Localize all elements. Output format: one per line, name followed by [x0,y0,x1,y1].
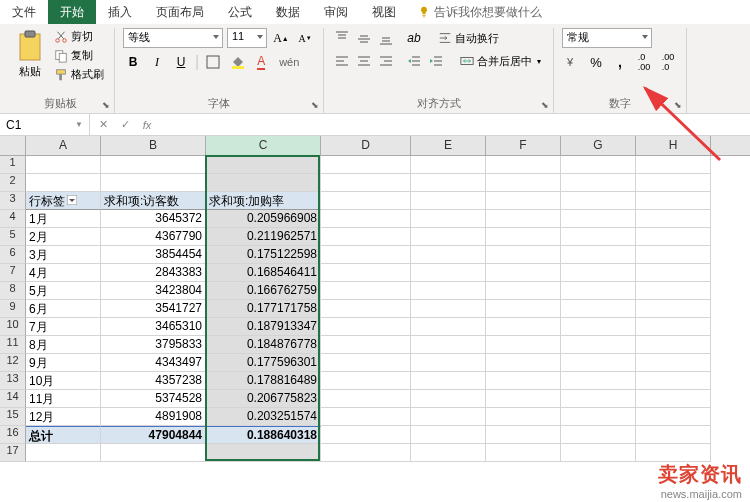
cell[interactable]: 9月 [26,354,101,372]
cell[interactable] [411,336,486,354]
cell[interactable] [636,318,711,336]
cell[interactable] [636,156,711,174]
cell[interactable]: 3854454 [101,246,206,264]
cell[interactable]: 求和项:加购率 [206,192,321,210]
cell[interactable]: 3月 [26,246,101,264]
cell[interactable] [411,354,486,372]
cell[interactable] [411,210,486,228]
fx-button[interactable]: fx [138,116,156,134]
cell[interactable] [321,156,411,174]
cell[interactable]: 0.188640318 [206,426,321,444]
cell[interactable] [561,264,636,282]
cancel-formula-button[interactable]: ✕ [94,116,112,134]
cell[interactable]: 12月 [26,408,101,426]
decrease-font-button[interactable]: A▼ [295,28,315,48]
cell[interactable] [636,444,711,462]
row-header-10[interactable]: 10 [0,318,26,336]
cell[interactable] [411,282,486,300]
align-middle-button[interactable] [354,28,374,48]
cell[interactable] [101,174,206,192]
cell[interactable] [321,210,411,228]
row-header-14[interactable]: 14 [0,390,26,408]
cell[interactable] [561,426,636,444]
cell[interactable] [411,300,486,318]
paste-button[interactable]: 粘贴 [14,28,46,81]
cell[interactable] [561,282,636,300]
row-header-5[interactable]: 5 [0,228,26,246]
format-painter-button[interactable]: 格式刷 [52,66,106,83]
cell[interactable]: 3795833 [101,336,206,354]
cell[interactable] [206,156,321,174]
cell[interactable] [26,174,101,192]
cell[interactable]: 47904844 [101,426,206,444]
menu-data[interactable]: 数据 [264,0,312,24]
cell[interactable] [321,192,411,210]
cell[interactable] [636,354,711,372]
cell[interactable] [636,210,711,228]
filter-dropdown-icon[interactable] [67,195,77,205]
cell[interactable] [561,336,636,354]
bold-button[interactable]: B [123,52,143,72]
cell[interactable] [26,444,101,462]
font-size-select[interactable]: 11 [227,28,267,48]
cell[interactable] [486,210,561,228]
orientation-button[interactable]: ab [404,28,424,48]
cell[interactable] [411,390,486,408]
underline-button[interactable]: U [171,52,191,72]
cell[interactable] [321,444,411,462]
menu-view[interactable]: 视图 [360,0,408,24]
cell[interactable]: 0.178816489 [206,372,321,390]
cell[interactable]: 5374528 [101,390,206,408]
row-header-13[interactable]: 13 [0,372,26,390]
decrease-decimal-button[interactable]: .00.0 [658,52,678,72]
alignment-dialog-launcher[interactable]: ⬊ [539,99,551,111]
cell[interactable] [26,156,101,174]
cell[interactable] [321,300,411,318]
column-header-B[interactable]: B [101,136,206,155]
italic-button[interactable]: I [147,52,167,72]
row-header-8[interactable]: 8 [0,282,26,300]
cell[interactable] [561,444,636,462]
column-header-G[interactable]: G [561,136,636,155]
cell[interactable] [561,318,636,336]
cell[interactable]: 3645372 [101,210,206,228]
cell[interactable]: 0.177171758 [206,300,321,318]
cell[interactable]: 4月 [26,264,101,282]
row-header-3[interactable]: 3 [0,192,26,210]
cell[interactable] [486,426,561,444]
cell[interactable] [101,156,206,174]
menu-formulas[interactable]: 公式 [216,0,264,24]
cell[interactable] [321,354,411,372]
cell[interactable] [636,192,711,210]
cut-button[interactable]: 剪切 [52,28,106,45]
name-box[interactable]: C1 ▼ [0,114,90,135]
border-button[interactable] [203,52,223,72]
cell[interactable] [636,426,711,444]
row-header-17[interactable]: 17 [0,444,26,462]
cell[interactable] [561,246,636,264]
font-name-select[interactable]: 等线 [123,28,223,48]
cell[interactable] [636,282,711,300]
cell[interactable]: 3465310 [101,318,206,336]
cell[interactable] [206,174,321,192]
cell[interactable] [486,282,561,300]
cell[interactable] [636,372,711,390]
wrap-text-button[interactable]: 自动换行 [434,30,503,47]
cell[interactable]: 0.206775823 [206,390,321,408]
cell[interactable] [411,156,486,174]
column-header-A[interactable]: A [26,136,101,155]
cell[interactable] [411,408,486,426]
number-dialog-launcher[interactable]: ⬊ [672,99,684,111]
cell[interactable] [411,228,486,246]
cell[interactable] [486,354,561,372]
cell[interactable] [321,408,411,426]
cell[interactable]: 0.175122598 [206,246,321,264]
cell[interactable] [636,336,711,354]
cell[interactable]: 11月 [26,390,101,408]
row-header-7[interactable]: 7 [0,264,26,282]
cell[interactable] [486,192,561,210]
accounting-format-button[interactable]: ¥ [562,52,582,72]
cell[interactable] [561,408,636,426]
decrease-indent-button[interactable] [404,51,424,71]
cell[interactable]: 0.168546411 [206,264,321,282]
